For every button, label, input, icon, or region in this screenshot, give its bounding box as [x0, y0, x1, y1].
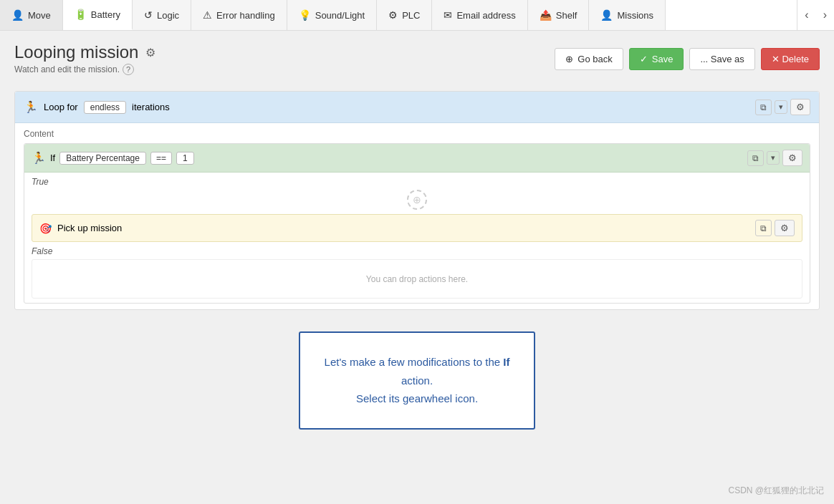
- condition-badge: Battery Percentage: [59, 152, 146, 165]
- tab-shelf[interactable]: 📤 Shelf: [528, 0, 590, 30]
- delete-label: ✕ Delete: [772, 54, 809, 64]
- loop-run-icon: 🏃: [24, 100, 38, 114]
- go-back-button[interactable]: ⊕ Go back: [555, 48, 623, 70]
- false-section: False You can drop actions here.: [32, 246, 802, 299]
- warning-icon: ⚠: [203, 9, 212, 21]
- tab-email-label: Email address: [456, 10, 515, 21]
- plc-icon: ⚙: [388, 9, 398, 21]
- drop-zone-text: You can drop actions here.: [366, 274, 468, 284]
- save-as-label: ... Save as: [700, 54, 744, 64]
- tab-battery-label: Battery: [91, 9, 120, 20]
- if-header: 🏃 If Battery Percentage == 1 ⧉ ▾ ⚙: [24, 144, 810, 173]
- if-copy-button[interactable]: ⧉: [747, 150, 764, 166]
- page-header: Looping mission ⚙ Watch and edit the mis…: [0, 31, 834, 81]
- hint-text: Let's make a few modifications to the If…: [325, 356, 510, 404]
- loop-chevron-button[interactable]: ▾: [775, 100, 787, 114]
- title-settings-button[interactable]: ⚙: [145, 46, 155, 59]
- tab-missions-label: Missions: [617, 10, 653, 21]
- tab-plc[interactable]: ⚙ PLC: [377, 0, 432, 30]
- tab-email[interactable]: ✉ Email address: [432, 0, 527, 30]
- page-title: Looping mission: [14, 42, 138, 62]
- loop-container: 🏃 Loop for endless iterations ⧉ ▾ ⚙ Cont…: [14, 91, 820, 310]
- if-header-left: 🏃 If Battery Percentage == 1: [32, 151, 742, 165]
- loop-controls: ⧉ ▾ ⚙: [755, 99, 810, 115]
- page-subtitle: Watch and edit the mission. ?: [14, 64, 155, 75]
- go-back-label: Go back: [577, 54, 612, 64]
- save-label: Save: [652, 54, 674, 64]
- tab-error-label: Error handling: [216, 10, 275, 21]
- battery-icon: 🔋: [75, 9, 87, 20]
- tab-plc-label: PLC: [402, 10, 420, 21]
- tab-sound-light[interactable]: 💡 Sound/Light: [287, 0, 377, 30]
- save-as-button[interactable]: ... Save as: [689, 48, 754, 70]
- value-badge: 1: [176, 152, 194, 165]
- move-icon: 👤: [11, 9, 24, 21]
- operator-badge: ==: [150, 152, 172, 165]
- if-chevron-button[interactable]: ▾: [767, 151, 780, 165]
- nav-arrows: ‹ ›: [797, 0, 834, 30]
- false-label: False: [32, 246, 802, 256]
- header-actions: ⊕ Go back ✓ Save ... Save as ✕ Delete: [555, 48, 820, 70]
- tab-move[interactable]: 👤 Move: [0, 0, 63, 30]
- main-content: 🏃 Loop for endless iterations ⧉ ▾ ⚙ Cont…: [0, 81, 834, 440]
- loop-copy-button[interactable]: ⧉: [755, 100, 772, 115]
- email-icon: ✉: [444, 9, 452, 21]
- nav-next-button[interactable]: ›: [816, 0, 834, 31]
- mission-icon: 🎯: [39, 223, 52, 234]
- drop-indicator: ⊕: [407, 190, 427, 210]
- save-button[interactable]: ✓ Save: [629, 48, 684, 70]
- help-icon[interactable]: ?: [123, 64, 134, 75]
- if-settings-button[interactable]: ⚙: [782, 150, 802, 166]
- action-label: Pick up mission: [57, 223, 122, 233]
- loop-header-left: 🏃 Loop for endless iterations: [24, 100, 749, 114]
- shelf-icon: 📤: [540, 9, 552, 21]
- subtitle-text: Watch and edit the mission.: [14, 64, 120, 74]
- iterations-badge: endless: [84, 101, 126, 114]
- loop-settings-button[interactable]: ⚙: [790, 99, 810, 115]
- header-left: Looping mission ⚙ Watch and edit the mis…: [14, 42, 155, 75]
- iterations-text: iterations: [132, 102, 170, 112]
- true-section: True ⊕ 🎯 Pick up mission ⧉ ⚙: [32, 177, 802, 242]
- tab-shelf-label: Shelf: [556, 10, 577, 21]
- go-back-icon: ⊕: [565, 54, 573, 64]
- logic-icon: ↺: [144, 9, 153, 21]
- loop-body: Content 🏃 If Battery Percentage == 1 ⧉ ▾…: [15, 123, 819, 309]
- if-body: True ⊕ 🎯 Pick up mission ⧉ ⚙: [24, 173, 810, 303]
- action-settings-button[interactable]: ⚙: [775, 220, 795, 236]
- tab-move-label: Move: [28, 10, 51, 21]
- if-text: If: [50, 152, 55, 163]
- loop-header: 🏃 Loop for endless iterations ⧉ ▾ ⚙: [15, 92, 819, 123]
- nav-prev-button[interactable]: ‹: [797, 0, 815, 31]
- content-label: Content: [24, 129, 810, 139]
- missions-icon: 👤: [600, 9, 613, 21]
- top-nav: 👤 Move 🔋 Battery ↺ Logic ⚠ Error handlin…: [0, 0, 834, 31]
- loop-for-text: Loop for: [44, 102, 78, 112]
- save-icon: ✓: [640, 54, 648, 64]
- true-label: True: [32, 177, 802, 187]
- tab-logic[interactable]: ↺ Logic: [133, 0, 191, 30]
- tab-missions[interactable]: 👤 Missions: [589, 0, 666, 30]
- drop-zone[interactable]: You can drop actions here.: [32, 259, 802, 299]
- if-run-icon: 🏃: [32, 151, 46, 165]
- tab-logic-label: Logic: [157, 10, 179, 21]
- light-icon: 💡: [299, 9, 311, 21]
- tab-error-handling[interactable]: ⚠ Error handling: [191, 0, 287, 30]
- delete-button[interactable]: ✕ Delete: [761, 48, 820, 70]
- title-row: Looping mission ⚙: [14, 42, 155, 62]
- action-copy-button[interactable]: ⧉: [755, 220, 772, 236]
- if-container: 🏃 If Battery Percentage == 1 ⧉ ▾ ⚙: [24, 143, 810, 304]
- tab-sound-label: Sound/Light: [315, 10, 365, 21]
- action-row: 🎯 Pick up mission ⧉ ⚙: [32, 214, 802, 242]
- action-controls: ⧉ ⚙: [755, 220, 795, 236]
- tab-battery[interactable]: 🔋 Battery: [63, 0, 133, 30]
- hint-box: Let's make a few modifications to the If…: [299, 331, 535, 430]
- watermark: CSDN @红狐狸的北北记: [728, 485, 824, 497]
- if-controls: ⧉ ▾ ⚙: [747, 150, 802, 166]
